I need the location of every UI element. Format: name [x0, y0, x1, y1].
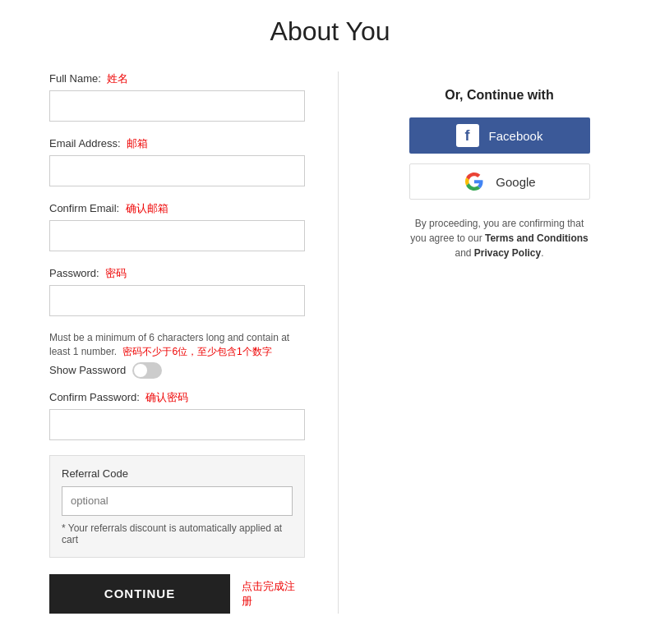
privacy-link[interactable]: Privacy Policy	[474, 247, 541, 259]
full-name-label: Full Name: 姓名	[49, 71, 305, 86]
facebook-btn-label: Facebook	[489, 129, 543, 143]
confirm-password-group: Confirm Password: 确认密码	[49, 390, 305, 440]
left-panel: Full Name: 姓名 Email Address: 邮箱 Confirm …	[0, 71, 339, 614]
facebook-button[interactable]: f Facebook	[409, 117, 590, 154]
email-label: Email Address: 邮箱	[49, 136, 305, 151]
full-name-group: Full Name: 姓名	[49, 71, 305, 122]
password-hint-cn: 密码不少于6位，至少包含1个数字	[122, 346, 271, 357]
confirm-password-input[interactable]	[49, 409, 305, 440]
page-title: About You	[0, 16, 660, 47]
email-cn-label: 邮箱	[127, 137, 148, 150]
page-container: About You Full Name: 姓名 Email Address: 邮…	[0, 0, 660, 630]
facebook-icon: f	[456, 124, 479, 147]
or-continue-title: Or, Continue with	[445, 88, 553, 103]
email-group: Email Address: 邮箱	[49, 136, 305, 186]
referral-label: Referral Code	[62, 467, 293, 480]
password-cn-label: 密码	[105, 267, 127, 279]
password-hint: Must be a minimum of 6 characters long a…	[49, 331, 305, 359]
show-password-label: Show Password	[49, 364, 126, 376]
referral-note: * Your referrals discount is automatical…	[62, 522, 293, 545]
password-group: Password: 密码	[49, 266, 305, 316]
email-input[interactable]	[49, 155, 305, 186]
right-panel: Or, Continue with f Facebook Google	[339, 71, 660, 614]
referral-input[interactable]	[62, 486, 293, 516]
full-name-input[interactable]	[49, 90, 305, 122]
show-password-toggle[interactable]	[132, 362, 162, 379]
password-input[interactable]	[49, 285, 305, 316]
referral-box: Referral Code * Your referrals discount …	[49, 455, 305, 558]
continue-cn-text: 点击完成注册	[242, 579, 305, 609]
confirm-email-group: Confirm Email: 确认邮箱	[49, 201, 305, 251]
google-icon	[463, 170, 486, 193]
confirm-email-label: Confirm Email: 确认邮箱	[49, 201, 305, 216]
full-name-cn-label: 姓名	[107, 72, 128, 85]
main-layout: Full Name: 姓名 Email Address: 邮箱 Confirm …	[0, 71, 660, 614]
terms-text: By proceeding, you are confirming that y…	[409, 216, 590, 260]
confirm-password-cn-label: 确认密码	[145, 391, 188, 403]
show-password-row: Show Password	[49, 362, 305, 379]
google-button[interactable]: Google	[409, 163, 590, 200]
confirm-password-label: Confirm Password: 确认密码	[49, 390, 305, 405]
continue-button[interactable]: CONTINUE	[49, 574, 230, 614]
confirm-email-input[interactable]	[49, 220, 305, 251]
password-label: Password: 密码	[49, 266, 305, 281]
continue-row: CONTINUE 点击完成注册	[49, 574, 305, 614]
confirm-email-cn-label: 确认邮箱	[126, 202, 168, 214]
google-btn-label: Google	[496, 175, 535, 189]
terms-link[interactable]: Terms and Conditions	[485, 232, 588, 244]
